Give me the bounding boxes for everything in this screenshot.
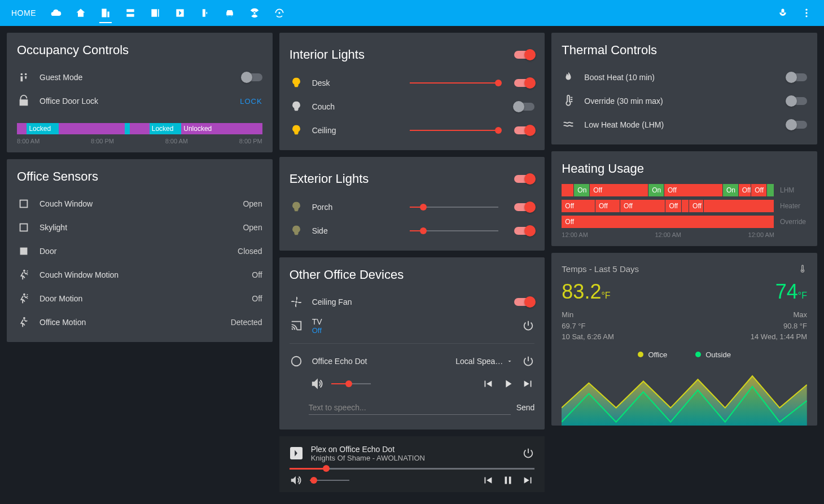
next-icon[interactable] [522, 474, 534, 487]
run-icon [17, 315, 30, 329]
card-title: Heating Usage [562, 161, 807, 176]
box-closed-icon [17, 244, 30, 258]
cast-icon [290, 319, 303, 332]
home-nav-icon[interactable] [74, 7, 87, 19]
power-icon[interactable] [522, 447, 534, 459]
plex-title: Plex on Office Echo Dot [311, 445, 515, 454]
card-title: Thermal Controls [562, 43, 807, 58]
fan-toggle[interactable] [514, 298, 534, 306]
plex-volume-slider[interactable] [310, 480, 349, 481]
power-icon[interactable] [522, 355, 534, 367]
home-tab[interactable]: HOME [11, 8, 36, 17]
card-title: Interior Lights [290, 47, 506, 62]
source-dropdown[interactable]: Local Spea… [455, 357, 513, 366]
prev-icon[interactable] [481, 378, 494, 390]
play-icon[interactable] [502, 378, 514, 390]
thermal-toggle[interactable] [787, 73, 807, 81]
alexa-icon [290, 354, 303, 368]
timeline-seg: Locked [150, 123, 182, 134]
svg-point-13 [23, 317, 25, 319]
light-label: Couch [312, 102, 401, 111]
volume-icon[interactable] [311, 378, 323, 390]
sensors-card: Office Sensors Couch WindowOpenSkylightO… [7, 159, 273, 342]
plex-icon[interactable] [174, 7, 186, 19]
sensor-label: Skylight [40, 223, 234, 232]
card-title: Other Office Devices [290, 268, 535, 282]
timeline-seg [130, 123, 150, 134]
office-nav-icon[interactable] [99, 11, 112, 23]
menu-dots-icon[interactable] [800, 7, 813, 19]
exterior-lights-card: Exterior Lights PorchSide [279, 157, 545, 251]
sensor-status: Detected [231, 318, 262, 327]
biohazard-icon[interactable] [273, 7, 286, 19]
brightness-slider[interactable] [410, 82, 498, 84]
thermal-label: Boost Heat (10 min) [584, 73, 778, 82]
legend-outside: Outside [705, 350, 731, 359]
brightness-slider[interactable] [410, 230, 498, 231]
echo-volume-slider[interactable] [331, 383, 371, 384]
exterior-group-toggle[interactable] [514, 175, 534, 183]
svg-point-4 [805, 15, 807, 17]
guest-mode-label: Guest Mode [40, 73, 233, 82]
interior-group-toggle[interactable] [514, 51, 534, 59]
svg-point-0 [253, 12, 255, 14]
light-label: Ceiling [312, 126, 401, 135]
send-button[interactable]: Send [516, 403, 535, 412]
playback-progress[interactable] [290, 468, 535, 470]
light-toggle[interactable] [514, 126, 534, 134]
light-toggle[interactable] [514, 79, 534, 87]
mic-icon[interactable] [777, 7, 789, 19]
max-value: 90.8 °F [751, 321, 807, 332]
usage-row-label: Override [780, 218, 807, 226]
thermal-label: Override (30 min max) [584, 97, 778, 106]
next-icon[interactable] [522, 378, 534, 390]
thermal-toggle[interactable] [787, 97, 807, 105]
heating-usage-card: Heating Usage OnOffOnOffOnOffOffLHMOffOf… [551, 151, 817, 246]
lock-button[interactable]: LOCK [240, 97, 262, 106]
pause-icon[interactable] [502, 474, 514, 487]
guest-mode-toggle[interactable] [242, 73, 262, 81]
prev-icon[interactable] [481, 474, 494, 487]
timeline-seg [125, 123, 130, 134]
fan-icon [290, 295, 303, 309]
device-icon[interactable] [199, 7, 211, 19]
bulb-icon [290, 224, 303, 238]
svg-point-11 [23, 270, 25, 272]
brightness-slider[interactable] [410, 207, 498, 208]
power-icon[interactable] [522, 319, 534, 332]
server-icon[interactable] [124, 7, 137, 19]
panel-icon[interactable] [149, 7, 161, 19]
bulb-icon [290, 200, 303, 214]
light-toggle[interactable] [514, 227, 534, 235]
occupancy-card: Occupancy Controls Guest Mode Office Doo… [7, 33, 273, 152]
outside-temp: 74 [775, 280, 798, 303]
cloud-icon[interactable] [50, 7, 62, 19]
box-open-icon [17, 197, 30, 211]
light-toggle[interactable] [514, 103, 534, 111]
temps-title: Temps - Last 5 Days [562, 264, 639, 274]
sensor-label: Couch Window [40, 199, 234, 208]
card-title: Exterior Lights [290, 172, 506, 186]
radiation-icon[interactable] [248, 7, 261, 19]
svg-point-12 [23, 293, 25, 296]
svg-point-17 [802, 270, 804, 271]
sensor-label: Office Motion [40, 318, 222, 327]
thermal-label: Low Heat Mode (LHM) [584, 120, 778, 129]
plex-icon [290, 446, 303, 460]
usage-row-label: Heater [780, 202, 807, 210]
volume-icon[interactable] [290, 474, 302, 487]
tts-input[interactable] [309, 401, 511, 415]
svg-rect-8 [20, 200, 28, 208]
light-toggle[interactable] [514, 203, 534, 211]
min-time: 10 Sat, 6:26 AM [562, 331, 614, 343]
temps-card: Temps - Last 5 Days 83.2°F 74°F Min 69.7… [551, 253, 817, 426]
car-icon[interactable] [223, 7, 236, 19]
max-label: Max [751, 309, 807, 321]
brightness-slider[interactable] [410, 130, 498, 131]
min-label: Min [562, 309, 614, 321]
card-title: Occupancy Controls [17, 43, 262, 58]
usage-bar: OffOffOffOffOff [562, 200, 774, 212]
thermal-toggle[interactable] [787, 121, 807, 129]
lock-icon [17, 94, 30, 108]
light-label: Porch [312, 203, 401, 212]
